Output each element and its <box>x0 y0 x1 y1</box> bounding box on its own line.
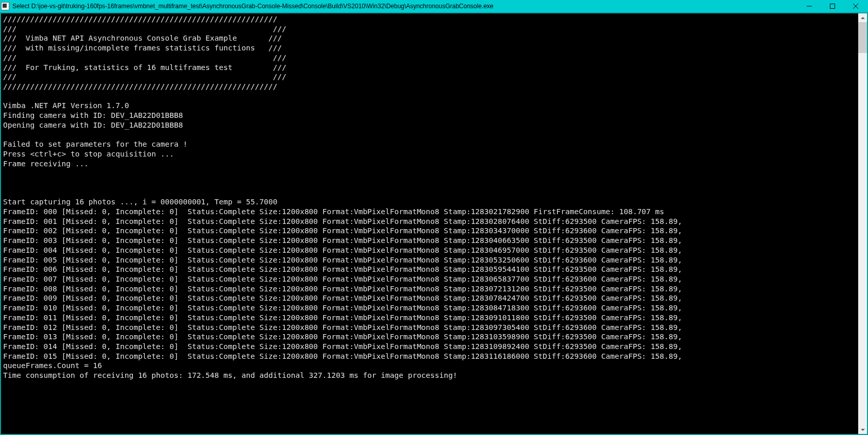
svg-marker-4 <box>861 17 865 19</box>
frame-line: FrameID: 002 [Missed: 0, Incomplete: 0] … <box>3 227 682 235</box>
scroll-down-button[interactable] <box>858 425 867 434</box>
titlebar[interactable]: Select D:\joe-vs-git\truking-160fps-16fr… <box>0 0 868 12</box>
header-line: /// Vimba NET API Asynchronous Console G… <box>3 34 282 42</box>
maximize-icon <box>830 4 835 9</box>
scroll-track[interactable] <box>858 22 867 425</box>
header-line: /// /// <box>3 73 286 81</box>
svg-marker-5 <box>861 429 865 431</box>
vertical-scrollbar[interactable] <box>858 13 867 434</box>
close-button[interactable] <box>844 0 867 12</box>
failed-line: Failed to set parameters for the camera … <box>3 140 188 148</box>
frame-line: FrameID: 012 [Missed: 0, Incomplete: 0] … <box>3 323 682 332</box>
press-line: Press <ctrl+c> to stop acquisition ... <box>3 150 174 158</box>
frame-line: FrameID: 010 [Missed: 0, Incomplete: 0] … <box>3 304 682 312</box>
console-window: Select D:\joe-vs-git\truking-160fps-16fr… <box>0 0 868 435</box>
header-line: /// with missing/incomplete frames stati… <box>3 44 282 52</box>
header-line: ////////////////////////////////////////… <box>3 15 278 23</box>
app-icon <box>1 2 9 10</box>
frame-line: FrameID: 011 [Missed: 0, Incomplete: 0] … <box>3 314 682 322</box>
time-consumption-line: Time consumption of receiving 16 photos:… <box>3 371 457 379</box>
scroll-thumb[interactable] <box>858 22 867 53</box>
frame-line: FrameID: 000 [Missed: 0, Incomplete: 0] … <box>3 207 664 216</box>
header-line: /// /// <box>3 25 286 33</box>
scroll-up-button[interactable] <box>858 13 867 22</box>
finding-camera-line: Finding camera with ID: DEV_1AB22D01BBB8 <box>3 111 183 119</box>
svg-rect-1 <box>830 4 835 9</box>
frame-line: FrameID: 004 [Missed: 0, Incomplete: 0] … <box>3 246 682 254</box>
api-version-line: Vimba .NET API Version 1.7.0 <box>3 101 129 110</box>
console-area: ////////////////////////////////////////… <box>1 13 867 434</box>
frame-line: FrameID: 005 [Missed: 0, Incomplete: 0] … <box>3 256 682 264</box>
minimize-icon <box>807 4 812 9</box>
frame-line: FrameID: 009 [Missed: 0, Incomplete: 0] … <box>3 294 682 302</box>
header-line: /// For Truking, statistics of 16 multif… <box>3 63 286 72</box>
window-title: Select D:\joe-vs-git\truking-160fps-16fr… <box>12 3 797 10</box>
frame-line: FrameID: 007 [Missed: 0, Incomplete: 0] … <box>3 275 682 283</box>
frame-line: FrameID: 008 [Missed: 0, Incomplete: 0] … <box>3 285 682 293</box>
chevron-down-icon <box>861 429 865 431</box>
frame-line: FrameID: 001 [Missed: 0, Incomplete: 0] … <box>3 217 682 225</box>
queue-count-line: queueFrames.Count = 16 <box>3 361 102 370</box>
receiving-line: Frame receiving ... <box>3 160 89 168</box>
opening-camera-line: Opening camera with ID: DEV_1AB22D01BBB8 <box>3 121 183 129</box>
frame-line: FrameID: 014 [Missed: 0, Incomplete: 0] … <box>3 342 682 351</box>
close-icon <box>853 4 858 9</box>
frame-line: FrameID: 015 [Missed: 0, Incomplete: 0] … <box>3 352 682 360</box>
start-capture-line: Start capturing 16 photos ..., i = 00000… <box>3 198 278 206</box>
frame-line: FrameID: 006 [Missed: 0, Incomplete: 0] … <box>3 265 682 273</box>
window-controls <box>797 0 867 12</box>
chevron-up-icon <box>861 17 865 19</box>
frame-line: FrameID: 013 [Missed: 0, Incomplete: 0] … <box>3 333 682 341</box>
header-line: /// /// <box>3 54 286 62</box>
maximize-button[interactable] <box>821 0 844 12</box>
console-output[interactable]: ////////////////////////////////////////… <box>1 13 858 434</box>
frame-line: FrameID: 003 [Missed: 0, Incomplete: 0] … <box>3 236 682 245</box>
header-line: ////////////////////////////////////////… <box>3 82 278 91</box>
minimize-button[interactable] <box>797 0 821 12</box>
